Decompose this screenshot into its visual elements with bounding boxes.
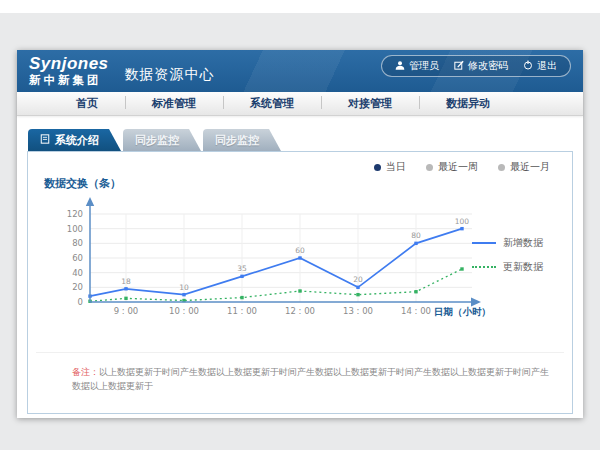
- app-window: Synjones 新中新集团 数据资源中心 管理员 修改密码 退出 首页 标准管…: [17, 50, 583, 418]
- chart-point: [356, 293, 359, 296]
- main-nav: 首页 标准管理 系统管理 对接管理 数据异动: [17, 92, 583, 116]
- content-area: 系统介绍 同步监控 同步监控 当日 最近一周: [17, 116, 583, 414]
- range-filter-today[interactable]: 当日: [374, 160, 406, 174]
- point-label: 18: [121, 277, 131, 286]
- chart-legend: 新增数据 更新数据: [472, 236, 560, 274]
- current-user[interactable]: 管理员: [395, 59, 439, 73]
- nav-item-system-mgmt[interactable]: 系统管理: [223, 96, 321, 111]
- chart-series-line-1: [90, 269, 462, 301]
- legend-line-sample: [472, 242, 496, 244]
- x-tick-label: 9 : 00: [114, 306, 139, 316]
- footer-note: 备注：以上数据更新于时间产生数据以上数据更新于时间产生数据以上数据更新于时间产生…: [36, 352, 564, 393]
- y-tick-label: 0: [78, 297, 83, 307]
- chart-panel: 当日 最近一周 最近一月 数据交换（条） 1810356020801000204…: [27, 151, 573, 414]
- tab-label: 系统介绍: [55, 133, 99, 148]
- username-label: 管理员: [409, 59, 439, 73]
- x-axis-title: 日期（小时）: [434, 306, 491, 318]
- logout-button[interactable]: 退出: [523, 59, 557, 73]
- page-title: 数据资源中心: [125, 66, 215, 92]
- change-password-label: 修改密码: [468, 59, 508, 73]
- chart-point: [298, 289, 301, 292]
- range-filter-label: 最近一月: [510, 160, 550, 174]
- x-tick-label: 11 : 00: [227, 306, 257, 316]
- chart-point: [460, 267, 463, 270]
- legend-label: 新增数据: [503, 236, 543, 250]
- chart-point: [124, 297, 127, 300]
- tab-sync-monitor-2[interactable]: 同步监控: [203, 129, 281, 151]
- radio-selected-icon: [374, 164, 381, 171]
- legend-label: 更新数据: [503, 260, 543, 274]
- point-label: 60: [295, 246, 305, 255]
- change-password-button[interactable]: 修改密码: [454, 59, 508, 73]
- x-tick-label: 12 : 00: [285, 306, 315, 316]
- range-filter-group: 当日 最近一周 最近一月: [374, 160, 550, 174]
- note-text: 以上数据更新于时间产生数据以上数据更新于时间产生数据以上数据更新于时间产生数据以…: [72, 367, 549, 391]
- chart-point: [460, 227, 463, 230]
- legend-line-sample: [472, 266, 496, 268]
- power-icon: [523, 60, 533, 72]
- edit-icon: [454, 60, 464, 72]
- legend-item-update-data: 更新数据: [472, 260, 560, 274]
- line-chart: 1810356020801000204060801001209 : 0010 :…: [40, 192, 495, 324]
- header-bar: Synjones 新中新集团 数据资源中心 管理员 修改密码 退出: [17, 50, 583, 92]
- tab-label: 同步监控: [135, 133, 179, 148]
- radio-icon: [498, 164, 505, 171]
- chart-point: [356, 286, 359, 289]
- point-label: 80: [411, 231, 421, 240]
- logo-company: 新中新集团: [29, 74, 109, 87]
- chart-point: [298, 256, 301, 259]
- tab-label: 同步监控: [215, 133, 259, 148]
- y-axis-title: 数据交换（条）: [44, 176, 121, 191]
- tab-system-intro[interactable]: 系统介绍: [28, 129, 121, 151]
- chart-series-line-0: [90, 229, 462, 296]
- logo-brand: Synjones: [29, 55, 109, 74]
- nav-item-data-change[interactable]: 数据异动: [419, 96, 517, 111]
- chart-point: [182, 293, 185, 296]
- x-tick-label: 14 : 00: [401, 306, 431, 316]
- point-label: 100: [455, 217, 470, 226]
- tab-bar: 系统介绍 同步监控 同步监控: [28, 129, 573, 151]
- chart-point: [240, 296, 243, 299]
- y-tick-label: 20: [72, 282, 83, 292]
- tab-sync-monitor-1[interactable]: 同步监控: [123, 129, 201, 151]
- nav-item-interface-mgmt[interactable]: 对接管理: [321, 96, 419, 111]
- user-icon: [395, 60, 405, 73]
- document-icon: [40, 134, 50, 146]
- range-filter-last-month[interactable]: 最近一月: [498, 160, 550, 174]
- chart-point: [414, 242, 417, 245]
- point-label: 20: [353, 275, 363, 284]
- chart-point: [414, 290, 417, 293]
- nav-item-home[interactable]: 首页: [49, 96, 125, 111]
- y-tick-label: 60: [72, 253, 83, 263]
- nav-item-standard-mgmt[interactable]: 标准管理: [125, 96, 223, 111]
- point-label: 35: [237, 264, 247, 273]
- point-label: 10: [179, 283, 189, 292]
- user-menu: 管理员 修改密码 退出: [381, 55, 571, 77]
- legend-item-new-data: 新增数据: [472, 236, 560, 250]
- logout-label: 退出: [537, 59, 557, 73]
- chart-point: [124, 287, 127, 290]
- y-tick-label: 120: [67, 209, 83, 219]
- y-tick-label: 40: [72, 268, 83, 278]
- y-axis-arrow: [86, 197, 94, 206]
- x-tick-label: 13 : 00: [343, 306, 373, 316]
- radio-icon: [426, 164, 433, 171]
- range-filter-label: 当日: [386, 160, 406, 174]
- chart-point: [240, 275, 243, 278]
- y-tick-label: 80: [72, 238, 83, 248]
- range-filter-label: 最近一周: [438, 160, 478, 174]
- logo: Synjones 新中新集团: [29, 55, 109, 86]
- y-tick-label: 100: [67, 224, 83, 234]
- x-tick-label: 10 : 00: [169, 306, 199, 316]
- range-filter-last-week[interactable]: 最近一周: [426, 160, 478, 174]
- note-label: 备注：: [72, 367, 99, 377]
